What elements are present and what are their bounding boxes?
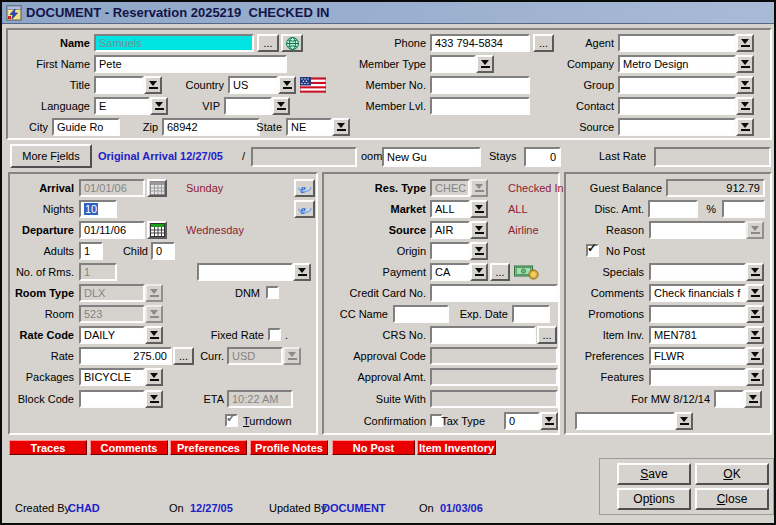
features-dropdown-button[interactable]: [746, 368, 764, 386]
comments-dropdown-button[interactable]: [746, 284, 764, 302]
member-type-field[interactable]: [430, 55, 476, 73]
vip-field[interactable]: [224, 97, 272, 115]
traces-button[interactable]: Traces: [9, 440, 87, 455]
extra-combo-field[interactable]: [575, 412, 675, 430]
vip-dropdown-button[interactable]: [272, 97, 290, 115]
promotions-dropdown-button[interactable]: [746, 305, 764, 323]
adults-field[interactable]: 1: [79, 242, 103, 260]
crs-no-field[interactable]: [430, 326, 536, 344]
no-post-checkbox[interactable]: [586, 244, 599, 257]
language-field[interactable]: E: [94, 97, 150, 115]
promotions-field[interactable]: [649, 305, 746, 323]
block-code-field[interactable]: [79, 390, 145, 408]
save-button[interactable]: Save: [617, 463, 691, 485]
disc-amt-field[interactable]: [648, 200, 698, 218]
departure-field[interactable]: 01/11/06: [79, 221, 145, 239]
phone-browse-button[interactable]: ...: [533, 34, 554, 52]
close-button[interactable]: Close: [695, 488, 769, 510]
packages-field[interactable]: BICYCLE: [79, 368, 145, 386]
company-dropdown-button[interactable]: [736, 55, 754, 73]
packages-dropdown-button[interactable]: [145, 368, 163, 386]
agent-field[interactable]: [618, 34, 736, 52]
contact-dropdown-button[interactable]: [736, 97, 754, 115]
unlabeled-combo-field[interactable]: [197, 263, 293, 281]
origin-dropdown-button[interactable]: [470, 242, 488, 260]
fixed-rate-checkbox[interactable]: [268, 328, 281, 341]
agent-dropdown-button[interactable]: [736, 34, 754, 52]
city-field[interactable]: Guide Ro: [52, 118, 120, 136]
state-dropdown-button[interactable]: [332, 118, 350, 136]
item-inventory-button[interactable]: Item Inventory: [417, 440, 496, 455]
for-mw-dropdown-button[interactable]: [744, 390, 762, 408]
more-fields-button[interactable]: More Fields: [10, 144, 92, 168]
booking-source-field[interactable]: AIR: [430, 221, 470, 239]
group-dropdown-button[interactable]: [736, 76, 754, 94]
title-dropdown-button[interactable]: [144, 76, 162, 94]
nights-field[interactable]: 10: [79, 200, 117, 218]
midbar-room-field[interactable]: New Gu: [382, 147, 481, 167]
rate-browse-button[interactable]: ...: [173, 347, 194, 365]
tax-type-dropdown-button[interactable]: [540, 412, 558, 430]
contact-field[interactable]: [618, 97, 736, 115]
rate-refresh-button-1[interactable]: e: [294, 179, 315, 197]
extra-combo-dropdown-button[interactable]: [675, 412, 693, 430]
origin-field[interactable]: [430, 242, 470, 260]
turndown-checkbox[interactable]: [225, 414, 238, 427]
payment-dropdown-button[interactable]: [470, 263, 488, 281]
payment-browse-button[interactable]: ...: [490, 263, 510, 281]
company-field[interactable]: Metro Design: [618, 55, 736, 73]
ok-button[interactable]: OK: [695, 463, 769, 485]
specials-field[interactable]: [649, 263, 746, 281]
rate-code-field[interactable]: DAILY: [79, 326, 145, 344]
dnm-checkbox[interactable]: [266, 286, 279, 299]
preferences-field[interactable]: FLWR: [649, 347, 746, 365]
preferences-dropdown-button[interactable]: [746, 347, 764, 365]
phone-field[interactable]: 433 794-5834: [430, 34, 530, 52]
source-field[interactable]: [618, 118, 736, 136]
language-dropdown-button[interactable]: [150, 97, 168, 115]
booking-source-dropdown-button[interactable]: [470, 221, 488, 239]
exp-date-field[interactable]: [512, 305, 550, 323]
credit-card-no-field[interactable]: [430, 284, 558, 302]
profile-globe-button[interactable]: [281, 34, 303, 52]
departure-calendar-button[interactable]: [147, 221, 167, 239]
for-mw-field[interactable]: [714, 390, 744, 408]
payment-field[interactable]: CA: [430, 263, 470, 281]
rate-field[interactable]: 275.00: [79, 347, 172, 365]
cc-name-field[interactable]: [393, 305, 449, 323]
source-dropdown-button[interactable]: [736, 118, 754, 136]
state-field[interactable]: NE: [286, 118, 332, 136]
unlabeled-combo-dropdown-button[interactable]: [293, 263, 311, 281]
item-inv-field[interactable]: MEN781: [649, 326, 746, 344]
member-no-field[interactable]: [430, 76, 530, 94]
child-field[interactable]: 0: [151, 242, 175, 260]
member-type-dropdown-button[interactable]: [476, 55, 494, 73]
no-post-button[interactable]: No Post: [332, 440, 415, 455]
specials-dropdown-button[interactable]: [746, 263, 764, 281]
disc-percent-field[interactable]: [722, 200, 765, 218]
country-dropdown-button[interactable]: [278, 76, 296, 94]
comments-button[interactable]: Comments: [90, 440, 168, 455]
member-lvl-field[interactable]: [430, 97, 530, 115]
tax-type-field[interactable]: 0: [504, 412, 540, 430]
block-code-dropdown-button[interactable]: [145, 390, 163, 408]
name-browse-button[interactable]: ...: [257, 34, 279, 52]
country-field[interactable]: US: [228, 76, 278, 94]
comments-field[interactable]: Check financials f: [649, 284, 746, 302]
group-field[interactable]: [618, 76, 736, 94]
rate-code-dropdown-button[interactable]: [145, 326, 163, 344]
market-dropdown-button[interactable]: [470, 200, 488, 218]
item-inv-dropdown-button[interactable]: [746, 326, 764, 344]
title-field[interactable]: [94, 76, 144, 94]
market-field[interactable]: ALL: [430, 200, 470, 218]
crs-no-browse-button[interactable]: ...: [537, 326, 557, 344]
profile-notes-button[interactable]: Profile Notes: [250, 440, 328, 455]
features-field[interactable]: [649, 368, 746, 386]
name-field[interactable]: Samuels: [94, 34, 254, 52]
options-button[interactable]: Options: [617, 488, 691, 510]
svg-text:e: e: [300, 202, 306, 217]
first-name-field[interactable]: Pete: [94, 55, 287, 73]
rate-refresh-button-2[interactable]: e: [294, 200, 315, 218]
preferences-button[interactable]: Preferences: [170, 440, 247, 455]
midbar-disabled-field: [251, 147, 357, 167]
